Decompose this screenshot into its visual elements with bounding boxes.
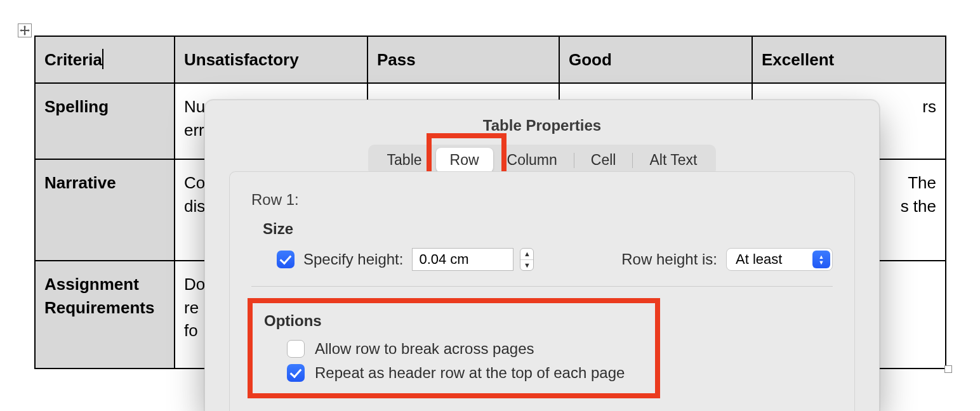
header-criteria[interactable]: Criteria: [35, 36, 175, 83]
options-section-title: Options: [264, 312, 820, 330]
table-resize-handle[interactable]: [944, 365, 952, 373]
height-input[interactable]: [412, 248, 513, 271]
divider: [251, 286, 833, 287]
specify-height-label: Specify height:: [303, 251, 403, 268]
row-height-is-select[interactable]: At least ▲ ▼: [726, 248, 833, 271]
tab-column[interactable]: Column: [493, 148, 571, 173]
dialog-body: Row 1: Size Specify height: ▲ ▼ Row heig…: [229, 171, 855, 411]
header-label: Criteria: [44, 50, 102, 69]
tab-table[interactable]: Table: [373, 148, 436, 173]
tab-separator: [574, 153, 574, 168]
tab-cell[interactable]: Cell: [577, 148, 630, 173]
stepper-up-icon[interactable]: ▲: [520, 249, 533, 260]
text-cursor: [102, 49, 103, 69]
repeat-header-label: Repeat as header row at the top of each …: [315, 364, 625, 382]
specify-height-checkbox[interactable]: [277, 251, 295, 268]
tab-alt-text[interactable]: Alt Text: [635, 148, 711, 173]
row-label-spelling[interactable]: Spelling: [35, 83, 175, 159]
header-excellent[interactable]: Excellent: [752, 36, 946, 83]
row-height-is-label: Row height is:: [621, 251, 717, 268]
header-unsatisfactory[interactable]: Unsatisfactory: [175, 36, 368, 83]
table-move-handle[interactable]: [18, 23, 32, 37]
size-row: Specify height: ▲ ▼ Row height is: At le…: [277, 248, 833, 271]
row-label-assignment[interactable]: Assignment Requirements: [35, 261, 175, 369]
table-properties-dialog: Table Properties Table Row Column Cell A…: [204, 100, 880, 411]
header-good[interactable]: Good: [559, 36, 752, 83]
options-section: Options Allow row to break across pages …: [251, 301, 833, 396]
select-arrows-icon: ▲ ▼: [812, 251, 830, 268]
row-indicator: Row 1:: [251, 191, 833, 209]
select-value: At least: [736, 251, 782, 268]
height-stepper[interactable]: ▲ ▼: [520, 248, 534, 271]
table-header-row[interactable]: Criteria Unsatisfactory Pass Good Excell…: [35, 36, 946, 83]
allow-break-label: Allow row to break across pages: [315, 340, 534, 358]
row-label-narrative[interactable]: Narrative: [35, 159, 175, 261]
move-icon: [20, 25, 30, 36]
header-pass[interactable]: Pass: [368, 36, 559, 83]
allow-break-checkbox[interactable]: [287, 340, 305, 358]
size-section-title: Size: [263, 220, 833, 238]
repeat-header-checkbox[interactable]: [287, 364, 305, 382]
dialog-title: Table Properties: [205, 100, 879, 145]
tab-separator: [632, 153, 633, 168]
tab-row[interactable]: Row: [436, 148, 493, 173]
stepper-down-icon[interactable]: ▼: [520, 260, 533, 271]
